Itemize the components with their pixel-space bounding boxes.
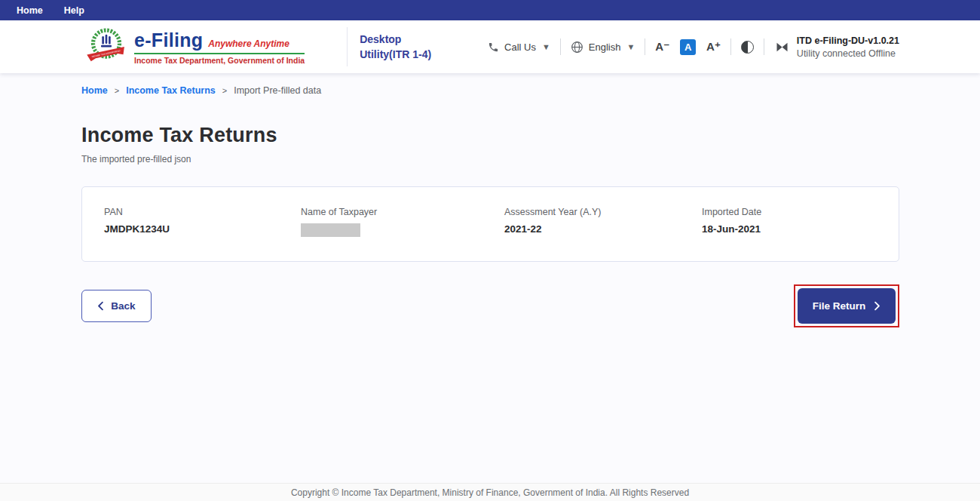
header-controls: Call Us ▼ English ▼ A⁻ A A⁺ [488, 35, 899, 59]
app-title-line1: Desktop [360, 32, 431, 47]
back-button-label: Back [111, 300, 135, 312]
chevron-right-icon [874, 301, 880, 311]
breadcrumb-separator: > [115, 86, 119, 95]
file-return-button[interactable]: File Return [798, 288, 896, 324]
brand-divider [134, 53, 305, 54]
language-label: English [589, 41, 621, 53]
font-size-controls: A⁻ A A⁺ [655, 39, 721, 55]
header-separator [730, 38, 731, 55]
top-navigation-bar: Home Help [0, 0, 980, 20]
app-title: Desktop Utility(ITR 1-4) [360, 32, 431, 63]
page-subtitle: The imported pre-filled json [81, 154, 899, 164]
language-menu[interactable]: English ▼ [571, 41, 635, 54]
breadcrumb-home-link[interactable]: Home [81, 85, 108, 96]
field-imported-date: Imported Date 18-Jun-2021 [702, 207, 884, 237]
file-return-highlight-box: File Return [794, 284, 899, 327]
topbar-help-link[interactable]: Help [64, 5, 84, 16]
app-header: INCOME TAX DEPARTMENT e-Filing Anywhere … [0, 20, 980, 73]
actions-row: Back File Return [81, 284, 899, 327]
contrast-toggle-icon[interactable] [741, 41, 754, 54]
brand-name: e-Filing [134, 29, 203, 51]
chevron-down-icon: ▼ [626, 42, 635, 51]
network-offline-icon [774, 39, 790, 55]
header-separator [645, 38, 645, 55]
header-divider [347, 27, 348, 66]
app-title-line2: Utility(ITR 1-4) [360, 47, 431, 62]
breadcrumb: Home > Income Tax Returns > Import Pre-f… [81, 85, 899, 96]
brand-department-line: Income Tax Department, Government of Ind… [134, 56, 305, 65]
field-label: Assessment Year (A.Y) [504, 207, 702, 217]
efiling-logo[interactable]: INCOME TAX DEPARTMENT e-Filing Anywhere … [85, 26, 305, 68]
field-name-of-taxpayer: Name of Taxpayer [301, 207, 504, 237]
header-separator [764, 38, 764, 55]
breadcrumb-current-page: Import Pre-filled data [234, 85, 321, 96]
header-separator [560, 38, 561, 55]
field-pan: PAN JMDPK1234U [104, 207, 301, 237]
back-button[interactable]: Back [81, 290, 152, 322]
footer: Copyright © Income Tax Department, Minis… [0, 483, 980, 501]
call-us-label: Call Us [504, 41, 536, 53]
field-label: Imported Date [702, 207, 884, 217]
income-tax-emblem-icon: INCOME TAX DEPARTMENT [85, 26, 127, 68]
version-status-block: ITD e-Filing-DU-v1.0.21 Utility connecte… [774, 35, 899, 59]
font-normal-button[interactable]: A [680, 39, 696, 55]
prefilled-data-summary-card: PAN JMDPK1234U Name of Taxpayer Assessme… [81, 186, 899, 262]
field-value: 18-Jun-2021 [702, 223, 884, 235]
field-label: Name of Taxpayer [301, 207, 504, 217]
phone-icon [488, 41, 499, 53]
chevron-down-icon: ▼ [542, 42, 550, 51]
font-decrease-button[interactable]: A⁻ [655, 40, 669, 54]
file-return-button-label: File Return [813, 300, 866, 312]
copyright-text: Copyright © Income Tax Department, Minis… [291, 487, 689, 498]
chevron-left-icon [97, 301, 104, 311]
call-us-menu[interactable]: Call Us ▼ [488, 41, 550, 53]
breadcrumb-income-tax-returns-link[interactable]: Income Tax Returns [126, 85, 216, 96]
field-assessment-year: Assessment Year (A.Y) 2021-22 [504, 207, 702, 237]
globe-icon [571, 41, 583, 54]
topbar-home-link[interactable]: Home [17, 5, 43, 16]
page-title: Income Tax Returns [81, 124, 899, 147]
field-label: PAN [104, 207, 301, 217]
redacted-value [301, 223, 360, 237]
breadcrumb-separator: > [222, 86, 227, 95]
field-value: 2021-22 [504, 223, 702, 235]
field-value: JMDPK1234U [104, 223, 301, 235]
connection-status: Utility connected Offline [797, 48, 896, 59]
font-increase-button[interactable]: A⁺ [706, 40, 721, 54]
main-content: Home > Income Tax Returns > Import Pre-f… [0, 73, 980, 483]
utility-version: ITD e-Filing-DU-v1.0.21 [797, 35, 899, 46]
brand-tagline: Anywhere Anytime [208, 38, 289, 49]
